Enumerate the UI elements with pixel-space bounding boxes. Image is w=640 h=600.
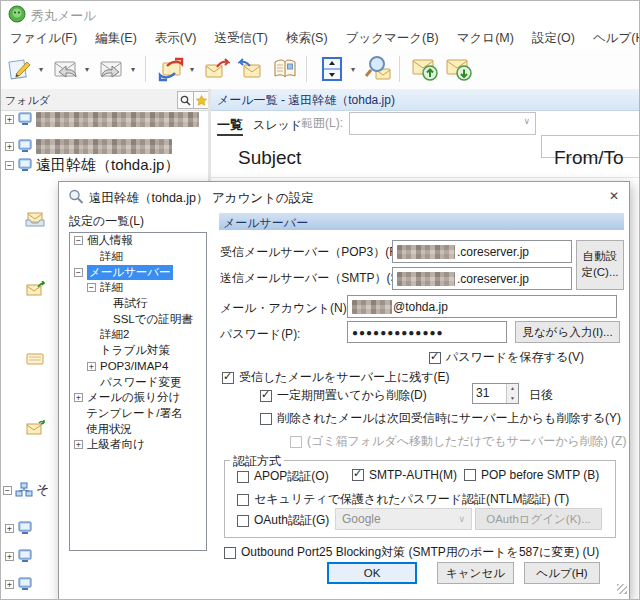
- days-value[interactable]: 31: [473, 384, 506, 403]
- password-input[interactable]: ●●●●●●●●●●●●●: [347, 321, 507, 343]
- apop-checkbox[interactable]: APOP認証(O): [237, 468, 329, 485]
- help-button[interactable]: ヘルプ(H): [524, 562, 600, 584]
- forward-dropdown[interactable]: ▾: [127, 54, 139, 84]
- account-icon: [17, 139, 33, 154]
- menu-edit[interactable]: 編集(E): [86, 30, 146, 47]
- receive-button[interactable]: [236, 54, 266, 84]
- send-button[interactable]: [202, 54, 232, 84]
- expander-icon[interactable]: +: [87, 362, 96, 371]
- address-book-button[interactable]: [270, 54, 300, 84]
- sub-account-row[interactable]: +: [5, 577, 33, 592]
- forward-button[interactable]: [97, 54, 127, 84]
- smtp-input[interactable]: .coreserver.jp: [392, 267, 572, 290]
- spinner-buttons[interactable]: ▲ ▼: [506, 384, 518, 403]
- oauth-checkbox[interactable]: OAuth認証(G): [237, 512, 329, 529]
- expander-icon[interactable]: +: [74, 393, 83, 402]
- open-outbox-button[interactable]: [410, 54, 440, 84]
- tree-item-detail2[interactable]: 詳細2: [70, 327, 206, 343]
- open-inbox-button[interactable]: [444, 54, 474, 84]
- expander-icon[interactable]: +: [5, 142, 14, 151]
- tree-item-mail-sorting[interactable]: +メールの振り分け: [70, 390, 206, 406]
- expander-icon[interactable]: +: [5, 524, 14, 533]
- send-receive-dropdown[interactable]: ▾: [186, 54, 198, 84]
- expander-icon[interactable]: +: [74, 440, 83, 449]
- compose-dropdown[interactable]: ▾: [35, 54, 47, 84]
- tree-item-trouble[interactable]: トラブル対策: [70, 343, 206, 359]
- ok-button[interactable]: OK: [327, 562, 417, 584]
- account-row-selected[interactable]: − 遠田幹雄（tohda.jp）: [5, 156, 179, 175]
- delete-after-days-checkbox[interactable]: ✓ 一定期間置いてから削除(D): [260, 387, 427, 404]
- tree-item-template[interactable]: テンプレート/署名: [70, 406, 206, 422]
- spin-up-icon[interactable]: ▲: [507, 384, 518, 394]
- leave-on-server-checkbox[interactable]: ✓ 受信したメールをサーバー上に残す(E): [222, 369, 450, 386]
- tree-item-detail[interactable]: −詳細: [70, 280, 206, 296]
- menu-sendreceive[interactable]: 送受信(T): [205, 30, 276, 47]
- outbox-folder[interactable]: [25, 281, 45, 297]
- expander-icon[interactable]: −: [74, 268, 83, 277]
- trash-folder[interactable]: [25, 419, 45, 436]
- close-icon[interactable]: ✕: [602, 186, 626, 206]
- send-receive-button[interactable]: [156, 54, 186, 84]
- reply-dropdown[interactable]: ▾: [81, 54, 93, 84]
- sub-account-row[interactable]: +: [5, 549, 33, 564]
- smtp-auth-checkbox[interactable]: ✓ SMTP-AUTH(M): [352, 468, 457, 482]
- expander-icon[interactable]: +: [5, 552, 14, 561]
- folder-search-button[interactable]: [177, 91, 194, 109]
- cancel-button[interactable]: キャンセル: [437, 562, 514, 584]
- tab-list[interactable]: 一覧: [217, 116, 243, 136]
- days-spinner[interactable]: 31 ▲ ▼: [472, 383, 519, 404]
- tree-item-personal[interactable]: −個人情報: [70, 233, 206, 249]
- search-mail-button[interactable]: [363, 54, 393, 84]
- ntlm-checkbox[interactable]: セキュリティで保護されたパスワード認証(NTLM認証) (T): [237, 491, 569, 508]
- menu-settings[interactable]: 設定(O): [523, 30, 584, 47]
- expander-icon[interactable]: +: [5, 580, 14, 589]
- password-reveal-button[interactable]: 見ながら入力(I)...: [515, 321, 620, 343]
- tree-item-pop3-imap4[interactable]: +POP3/IMAP4: [70, 359, 206, 375]
- pop-before-smtp-checkbox[interactable]: POP before SMTP (B): [464, 468, 599, 482]
- expander-icon[interactable]: −: [87, 283, 96, 292]
- sub-account-row[interactable]: +: [5, 521, 33, 536]
- tree-item-ssl-cert[interactable]: SSLでの証明書: [70, 311, 206, 327]
- menu-macro[interactable]: マクロ(M): [448, 30, 523, 47]
- outbound-port25-checkbox[interactable]: Outbound Port25 Blocking対策 (SMTP用のポートを58…: [224, 544, 599, 561]
- inbox-folder[interactable]: [25, 211, 45, 227]
- tree-item-mailserver[interactable]: −メールサーバー: [70, 264, 206, 280]
- tree-item-advanced[interactable]: +上級者向け: [70, 437, 206, 453]
- menu-search[interactable]: 検索(S): [277, 30, 337, 47]
- pop3-input[interactable]: .coreserver.jp: [392, 240, 572, 263]
- spin-down-icon[interactable]: ▼: [507, 394, 518, 404]
- menu-file[interactable]: ファイル(F): [1, 30, 86, 47]
- expander-icon[interactable]: −: [74, 236, 83, 245]
- range-combobox[interactable]: ∨: [349, 112, 536, 135]
- layout-dropdown[interactable]: ▾: [347, 54, 359, 84]
- tree-item-personal-detail[interactable]: 詳細: [70, 249, 206, 265]
- folder-favorite-button[interactable]: [193, 91, 210, 109]
- tree-item-retry[interactable]: 再試行: [70, 296, 206, 312]
- delete-on-next-checkbox[interactable]: 削除されたメールは次回受信時にサーバー上からも削除する(Y): [260, 410, 621, 427]
- expander-icon[interactable]: −: [5, 161, 14, 170]
- menu-help[interactable]: ヘルプ(H): [584, 30, 640, 47]
- tool-bar: ▾ ▾ ▾ ▾: [1, 49, 640, 91]
- column-subject[interactable]: Subject: [238, 147, 301, 169]
- other-accounts-node[interactable]: − そ: [3, 481, 49, 499]
- account-row-1[interactable]: +: [5, 112, 199, 127]
- compose-button[interactable]: [5, 54, 35, 84]
- expander-icon[interactable]: −: [3, 486, 12, 495]
- save-password-checkbox[interactable]: ✓ パスワードを保存する(V): [429, 349, 584, 366]
- column-fromto[interactable]: From/To: [554, 147, 624, 169]
- tab-thread[interactable]: スレッド: [253, 117, 302, 134]
- auto-config-button[interactable]: 自動設定(C)...: [576, 240, 624, 290]
- menu-bookmark[interactable]: ブックマーク(B): [337, 30, 448, 47]
- receive-mail-icon: [238, 57, 264, 81]
- draft-folder[interactable]: [25, 351, 45, 367]
- account-row-2[interactable]: +: [5, 139, 172, 154]
- reply-button[interactable]: [51, 54, 81, 84]
- resize-grip[interactable]: [617, 584, 627, 594]
- tree-item-usage[interactable]: 使用状況: [70, 421, 206, 437]
- account-input[interactable]: @tohda.jp: [347, 295, 617, 318]
- expander-icon[interactable]: +: [5, 115, 14, 124]
- menu-view[interactable]: 表示(V): [146, 30, 206, 47]
- settings-tree[interactable]: −個人情報 詳細 −メールサーバー −詳細 再試行 SSLでの証明書 詳細2 ト…: [69, 232, 207, 551]
- tree-item-password-change[interactable]: パスワード変更: [70, 374, 206, 390]
- layout-button[interactable]: [317, 54, 347, 84]
